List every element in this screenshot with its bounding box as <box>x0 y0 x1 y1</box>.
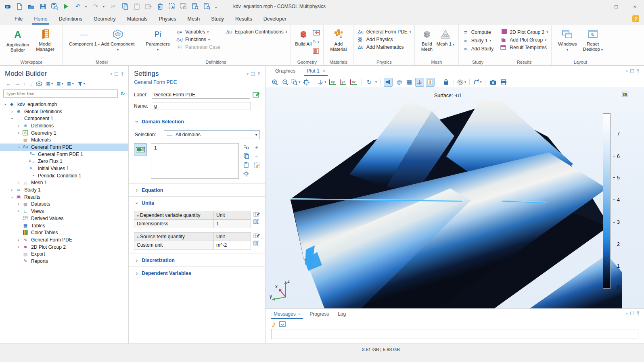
windows-button[interactable]: Windows▾ <box>555 27 580 52</box>
close-tab-icon[interactable]: × <box>298 312 301 316</box>
open-button[interactable] <box>27 2 36 11</box>
plot-group-dropdown[interactable]: 2D Plot Group 2▾ <box>500 29 548 35</box>
paste-icon[interactable] <box>132 2 141 11</box>
refresh-icon[interactable]: ↻ <box>120 90 125 97</box>
close-button[interactable]: × <box>625 0 644 13</box>
tree-item[interactable]: › Δu General Form PDE <box>0 144 128 151</box>
tree-expander-icon[interactable]: › <box>16 209 21 213</box>
tree-expander-icon[interactable]: › <box>9 110 15 114</box>
rename-icon[interactable] <box>253 92 260 98</box>
move-up-icon[interactable]: ↑ <box>23 81 26 87</box>
model-tree-nodes-icon[interactable]: ≣▾ <box>67 81 74 87</box>
appearance-icon[interactable]: ▾ <box>457 78 466 87</box>
insert-unit-icon[interactable] <box>253 219 260 225</box>
filter-input[interactable] <box>3 89 118 98</box>
label-field[interactable] <box>152 91 250 99</box>
tree-item[interactable]: › ▦ Datasets <box>0 201 128 208</box>
redo-button[interactable]: ↷ <box>91 2 100 11</box>
panel-menu-icon[interactable]: ▾ <box>626 311 628 316</box>
tree-item[interactable]: › ◆ kdv_equation.mph <box>0 101 128 108</box>
panel-pin-icon[interactable] <box>636 69 640 73</box>
tree-expander-icon[interactable]: › <box>10 116 14 121</box>
menu-tab[interactable]: Physics <box>153 14 182 25</box>
add-material-button[interactable]: Add Material <box>327 27 350 52</box>
default-view-icon[interactable]: ▾ <box>318 78 326 87</box>
tree-item[interactable]: › ✎ Reports <box>0 258 128 265</box>
menu-tab[interactable]: Mesh <box>182 14 206 25</box>
show-icon[interactable] <box>36 81 42 86</box>
functions-button[interactable]: f(x)Functions▾ <box>176 37 220 42</box>
build-all-button[interactable]: Build All <box>294 27 313 47</box>
clear-messages-icon[interactable] <box>271 321 276 327</box>
message-table-icon[interactable] <box>279 321 286 327</box>
save-button[interactable] <box>38 2 47 11</box>
add-mathematics-button[interactable]: ΔuAdd Mathematics <box>357 44 411 50</box>
deselect-brush-icon[interactable] <box>179 2 188 11</box>
add-study-button[interactable]: ∞Add Study <box>462 46 493 52</box>
physics-interface-dropdown[interactable]: ΔuGeneral Form PDE▾ <box>357 29 411 35</box>
tree-item[interactable]: › ⊕ Global Definitions <box>0 108 128 115</box>
component-1-button[interactable]: — Component 1 ▾ <box>68 27 100 47</box>
view-xz-icon[interactable]: xz <box>349 78 358 87</box>
find-button[interactable] <box>191 2 200 11</box>
zoom-box-icon[interactable]: ▾ <box>291 78 300 87</box>
reset-desktop-button[interactable]: ↻ Reset Desktop ▾ <box>580 27 606 52</box>
active-toggle-button[interactable] <box>134 143 147 156</box>
menu-tab[interactable]: Results <box>230 14 258 25</box>
tree-item[interactable]: › ≡ Definitions <box>0 122 128 129</box>
messages-tab[interactable]: Progress × <box>307 310 331 319</box>
tree-expander-icon[interactable]: › <box>16 181 21 185</box>
panel-float-icon[interactable] <box>251 72 255 76</box>
domain-list-item[interactable]: 1 <box>154 145 157 151</box>
back-icon[interactable]: ← <box>6 81 11 87</box>
panel-pin-icon[interactable] <box>636 311 640 316</box>
section-equation[interactable]: ›Equation <box>129 183 265 196</box>
clear-selection-icon[interactable] <box>253 162 260 168</box>
selection-dropdown[interactable]: — All domains ▾ <box>164 130 260 139</box>
remove-from-selection-icon[interactable]: − <box>253 153 260 159</box>
tree-item[interactable]: › ᴰ‒ General Form PDE 1 <box>0 151 128 158</box>
duplicate-icon[interactable] <box>144 2 153 11</box>
tree-item[interactable]: › ▦ Tables <box>0 222 128 229</box>
copy-selection-icon[interactable] <box>243 153 249 159</box>
add-component-button[interactable]: Add Component ▾ <box>100 27 135 52</box>
menu-tab[interactable]: Definitions <box>53 14 88 25</box>
tree-item[interactable]: › Color Tables <box>0 229 128 236</box>
preview-button[interactable] <box>203 2 211 11</box>
undo-button[interactable]: ↶ <box>73 2 82 11</box>
tree-expander-icon[interactable]: › <box>16 124 21 128</box>
lock-icon[interactable] <box>441 78 450 87</box>
tree-expander-icon[interactable]: › <box>16 131 21 135</box>
build-mesh-button[interactable]: Build Mesh <box>418 27 436 52</box>
tree-expander-icon[interactable]: › <box>3 102 7 107</box>
print-icon[interactable] <box>499 78 508 87</box>
messages-tab[interactable]: Messages × <box>271 310 303 319</box>
redo-dropdown[interactable]: ▾ <box>103 5 106 8</box>
zoom-in-icon[interactable] <box>270 78 279 87</box>
new-file-button[interactable] <box>15 2 24 11</box>
mesh-1-button[interactable]: Mesh 1 ▾ <box>436 27 455 47</box>
create-selection-icon[interactable] <box>243 144 249 150</box>
save-as-button[interactable] <box>50 2 59 11</box>
tab-plot-1[interactable]: Plot 1 × <box>303 66 329 76</box>
run-button[interactable] <box>62 2 71 11</box>
tree-item[interactable]: › ᴰ→ Zero Flux 1 <box>0 158 128 165</box>
copy-button[interactable] <box>121 2 130 11</box>
name-field[interactable] <box>152 102 251 110</box>
edit-quantity-icon[interactable] <box>253 233 260 239</box>
delete-button[interactable] <box>156 2 165 11</box>
tree-item[interactable]: › △ Mesh 1 <box>0 179 128 187</box>
zoom-to-selection-icon[interactable] <box>243 171 249 177</box>
scene-light-icon[interactable] <box>384 78 393 87</box>
move-down-icon[interactable]: ↓ <box>30 81 33 87</box>
add-to-selection-icon[interactable]: + <box>253 144 260 150</box>
panel-pin-icon[interactable] <box>121 72 124 76</box>
plot-canvas[interactable]: Surface: -u1 7 6 5 <box>266 88 644 308</box>
menu-tab[interactable]: File <box>9 14 28 25</box>
undo-dropdown[interactable]: ▾ <box>85 5 88 8</box>
import-geometry-icon[interactable] <box>313 29 320 36</box>
tree-item[interactable]: › — Component 1 <box>0 115 128 122</box>
paste-selection-icon[interactable] <box>243 162 249 168</box>
filter-icon[interactable]: ▾ <box>77 81 85 86</box>
equation-contributions-button[interactable]: ΔuEquation Contributions▾ <box>225 29 287 35</box>
